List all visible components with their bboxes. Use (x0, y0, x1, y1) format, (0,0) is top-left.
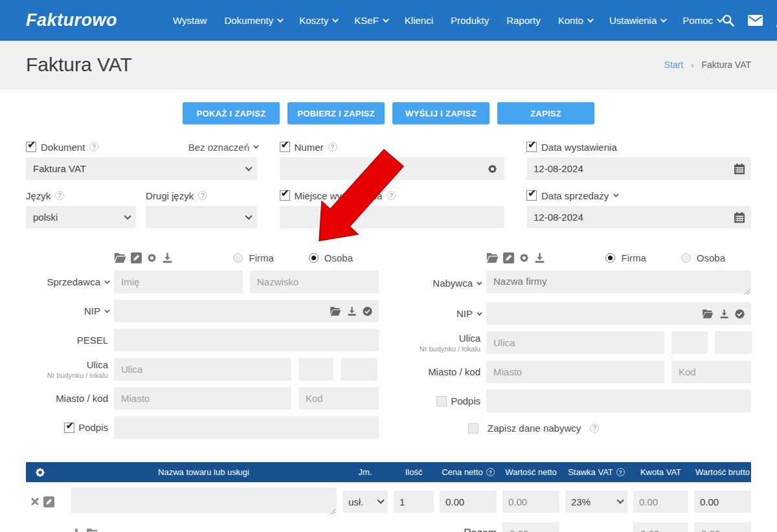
mail-icon[interactable] (748, 15, 763, 26)
drugi-jezyk-select[interactable] (146, 206, 257, 228)
item-vat-rate-select[interactable]: 23% (565, 491, 627, 513)
help-icon[interactable]: ? (387, 191, 396, 200)
show-and-save-button[interactable]: POKAŻ I ZAPISZ (183, 102, 280, 124)
help-icon[interactable]: ? (616, 468, 625, 476)
delete-icon[interactable] (30, 496, 40, 507)
buyer-signature-input[interactable] (486, 390, 751, 412)
check-circle-icon[interactable] (363, 306, 372, 316)
help-icon[interactable]: ? (486, 468, 495, 476)
total-gross-value-input[interactable] (694, 522, 751, 532)
data-wystawienia-input[interactable] (526, 157, 751, 180)
buyer-city-input[interactable] (486, 360, 664, 383)
send-and-save-button[interactable]: WYŚLIJ I ZAPISZ (392, 102, 490, 124)
search-icon[interactable] (721, 14, 735, 27)
folder-open-icon[interactable] (86, 528, 99, 532)
buyer-dropdown[interactable]: Nabywca (433, 278, 480, 289)
menu-item-dokumenty[interactable]: Dokumenty (224, 15, 282, 26)
help-icon[interactable]: ? (198, 191, 207, 200)
seller-first-name-input[interactable] (114, 271, 243, 293)
menu-item-wystaw[interactable]: Wystaw (173, 15, 207, 26)
menu-item-klienci[interactable]: Klienci (405, 15, 433, 26)
chevron-down-icon[interactable] (613, 192, 618, 197)
menu-item-koszty[interactable]: Koszty (299, 15, 337, 26)
gear-icon[interactable] (519, 252, 530, 263)
buyer-unit-no-input[interactable] (715, 331, 752, 354)
dokument-checkbox[interactable] (26, 142, 36, 152)
seller-street-input[interactable] (114, 358, 291, 381)
download-icon[interactable] (162, 252, 173, 263)
item-net-price-input[interactable] (440, 491, 497, 513)
edit-icon[interactable] (43, 496, 54, 507)
download-icon[interactable] (719, 309, 729, 318)
miejsce-wystawienia-input[interactable] (280, 206, 504, 228)
buyer-firma-radio[interactable] (605, 253, 615, 263)
breadcrumb-start-link[interactable]: Start (664, 60, 684, 70)
seller-pesel-input[interactable] (114, 329, 379, 351)
help-icon[interactable]: ? (89, 142, 98, 151)
buyer-nip-dropdown[interactable]: NIP (456, 308, 480, 319)
buyer-company-name-textarea[interactable] (486, 271, 751, 293)
help-icon[interactable]: ? (590, 424, 599, 433)
save-buyer-data-checkbox[interactable] (468, 423, 479, 434)
data-sprzedazy-checkbox[interactable] (526, 190, 537, 201)
item-vat-amount-input[interactable] (633, 491, 688, 513)
seller-dropdown[interactable]: Sprzedawca (47, 276, 108, 287)
seller-city-input[interactable] (114, 387, 291, 410)
download-icon[interactable] (347, 306, 357, 316)
gear-icon[interactable] (146, 252, 157, 263)
miejsce-checkbox[interactable] (280, 190, 290, 201)
add-item-icon[interactable] (71, 527, 82, 532)
calendar-icon[interactable] (734, 212, 745, 223)
help-icon[interactable]: ? (55, 191, 64, 200)
download-icon[interactable] (534, 252, 545, 263)
item-name-textarea[interactable] (71, 487, 337, 513)
seller-podpis-checkbox[interactable] (64, 423, 74, 433)
save-button[interactable]: ZAPISZ (497, 102, 594, 124)
seller-nip-dropdown[interactable]: NIP (84, 305, 108, 316)
buyer-building-no-input[interactable] (671, 331, 708, 354)
check-circle-icon[interactable] (735, 309, 745, 318)
folder-open-icon[interactable] (330, 306, 341, 316)
seller-osoba-radio[interactable] (309, 253, 319, 263)
numer-input[interactable] (280, 157, 504, 180)
jezyk-select[interactable]: polski (26, 206, 136, 228)
menu-item-konto[interactable]: Konto (558, 15, 592, 26)
item-unit-select[interactable]: usł. (343, 491, 388, 513)
total-vat-amount-input[interactable] (633, 522, 688, 532)
total-net-value-input[interactable] (502, 522, 559, 532)
seller-firma-radio[interactable] (233, 253, 243, 263)
gear-icon[interactable] (487, 163, 498, 174)
gear-icon[interactable] (34, 467, 46, 478)
app-logo[interactable]: Fakturowo (26, 10, 117, 30)
folder-open-icon[interactable] (702, 309, 714, 318)
seller-unit-no-input[interactable] (341, 358, 377, 381)
buyer-postal-code-input[interactable] (671, 360, 751, 383)
download-and-save-button[interactable]: POBIERZ I ZAPISZ (287, 102, 385, 124)
numer-checkbox[interactable] (280, 142, 290, 152)
folder-open-icon[interactable] (114, 252, 126, 263)
edit-icon[interactable] (503, 252, 514, 263)
seller-signature-input[interactable] (114, 416, 379, 439)
seller-last-name-input[interactable] (250, 271, 379, 293)
bez-oznaczen-dropdown[interactable]: Bez oznaczeń (188, 142, 257, 153)
data-wystawienia-checkbox[interactable] (526, 142, 537, 152)
menu-item-pomoc[interactable]: Pomoc (682, 15, 721, 26)
calendar-icon[interactable] (734, 163, 745, 174)
help-icon[interactable]: ? (328, 142, 337, 151)
seller-postal-code-input[interactable] (298, 387, 379, 410)
menu-item-ustawienia[interactable]: Ustawienia (609, 15, 665, 26)
item-gross-value-input[interactable] (694, 491, 751, 513)
edit-icon[interactable] (131, 252, 142, 263)
menu-item-ksef[interactable]: KSeF (354, 15, 387, 26)
folder-open-icon[interactable] (486, 252, 499, 263)
menu-item-produkty[interactable]: Produkty (451, 15, 489, 26)
dokument-select[interactable]: Faktura VAT (26, 157, 257, 180)
data-sprzedazy-input[interactable] (526, 206, 751, 228)
seller-building-no-input[interactable] (298, 358, 333, 381)
buyer-podpis-checkbox[interactable] (436, 396, 447, 406)
menu-item-raporty[interactable]: Raporty (506, 15, 541, 26)
item-quantity-input[interactable] (394, 491, 434, 513)
buyer-street-input[interactable] (486, 331, 664, 354)
buyer-osoba-radio[interactable] (681, 253, 691, 263)
item-net-value-input[interactable] (502, 491, 559, 513)
